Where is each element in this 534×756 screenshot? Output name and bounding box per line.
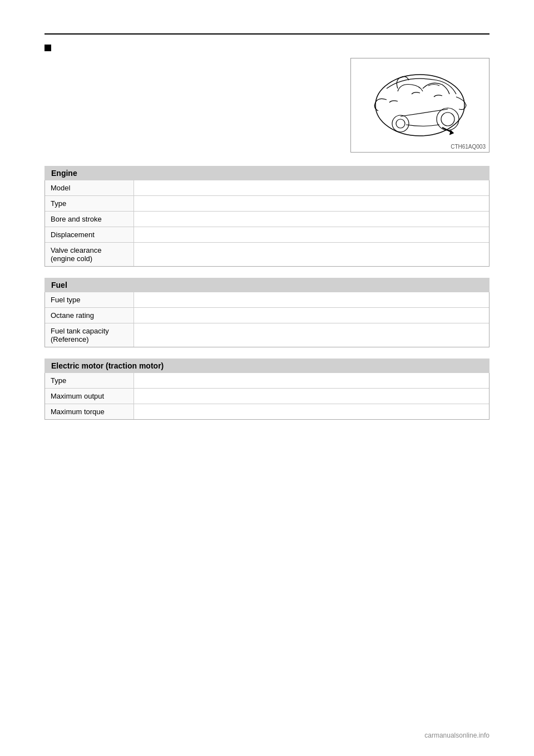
motor-max-output-value [134,389,489,404]
engine-image-box: CTH61AQ003 [350,58,490,153]
table-row: Fuel tank capacity(Reference) [45,323,489,347]
engine-model-value [134,180,489,195]
table-row: Maximum torque [45,404,489,419]
engine-valve-clearance-label: Valve clearance(engine cold) [45,243,134,266]
black-square-icon [44,45,51,51]
engine-displacement-value [134,227,489,242]
engine-section-title: Engine [44,166,490,180]
fuel-tank-capacity-value [134,323,489,347]
fuel-section: Fuel Fuel type Octane rating Fuel tank c… [44,278,490,347]
intro-text [44,58,339,153]
svg-point-4 [396,119,405,128]
fuel-tank-capacity-label: Fuel tank capacity(Reference) [45,323,134,347]
fuel-table: Fuel type Octane rating Fuel tank capaci… [44,292,490,347]
table-row: Octane rating [45,308,489,323]
fuel-type-value [134,292,489,307]
electric-motor-table: Type Maximum output Maximum torque [44,373,490,420]
electric-motor-section-title: Electric motor (traction motor) [44,359,490,373]
motor-max-torque-value [134,404,489,419]
svg-point-2 [441,112,454,126]
motor-max-torque-label: Maximum torque [45,404,134,419]
engine-table: Model Type Bore and stroke Displacement … [44,180,490,267]
table-row: Type [45,373,489,389]
engine-model-label: Model [45,180,134,195]
fuel-section-title: Fuel [44,278,490,292]
table-row: Maximum output [45,389,489,404]
svg-point-3 [392,115,409,132]
fuel-type-label: Fuel type [45,292,134,307]
motor-max-output-label: Maximum output [45,389,134,404]
octane-rating-value [134,308,489,323]
motor-type-value [134,373,489,388]
engine-bore-stroke-label: Bore and stroke [45,212,134,227]
engine-type-label: Type [45,196,134,211]
engine-section: Engine Model Type Bore and stroke Displa… [44,166,490,267]
table-row: Fuel type [45,292,489,308]
octane-rating-label: Octane rating [45,308,134,323]
engine-displacement-label: Displacement [45,227,134,242]
electric-motor-section: Electric motor (traction motor) Type Max… [44,359,490,420]
engine-valve-clearance-value [134,243,489,266]
table-row: Model [45,180,489,196]
engine-illustration [356,63,484,147]
table-row: Valve clearance(engine cold) [45,243,489,266]
section-header-row [44,45,490,51]
table-row: Displacement [45,227,489,243]
top-rule [44,33,490,35]
engine-bore-stroke-value [134,212,489,227]
footer-watermark: carmanualsonline.info [424,732,490,739]
page-container: CTH61AQ003 Engine Model Type Bore and st… [0,0,534,756]
motor-type-label: Type [45,373,134,388]
table-row: Bore and stroke [45,212,489,227]
svg-point-1 [437,108,459,130]
engine-type-value [134,196,489,211]
image-caption: CTH61AQ003 [451,144,486,150]
svg-point-0 [375,75,464,136]
intro-content: CTH61AQ003 [44,58,490,153]
table-row: Type [45,196,489,212]
